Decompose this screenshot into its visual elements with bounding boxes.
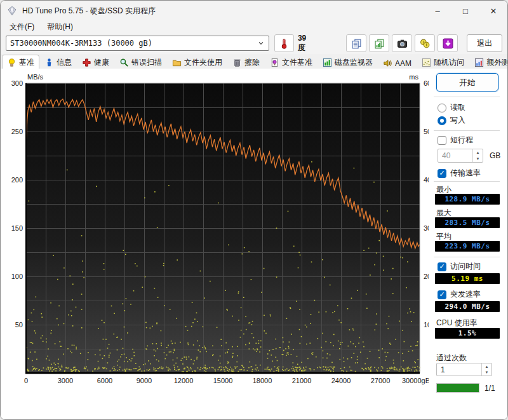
copy-text-button[interactable] [346,34,366,52]
svg-text:200: 200 [11,176,23,184]
divider [434,97,500,97]
max-value-display: 283.5 MB/s [435,217,500,228]
divider [434,181,500,182]
short-stroke-size-value: 40 [438,149,472,162]
svg-text:9000: 9000 [137,377,152,384]
maximize-button[interactable]: □ [451,1,479,21]
thermometer-icon [279,38,290,49]
stepper-arrows[interactable]: ▲▼ [481,363,491,376]
copy-image-button[interactable] [369,34,389,52]
short-stroke-box[interactable] [438,136,446,145]
temperature-value: 39度 [298,34,313,53]
svg-text:24000: 24000 [331,377,351,384]
svg-text:0: 0 [24,377,28,384]
trash-icon [232,58,242,67]
burst-rate-label: 突发速率 [450,289,481,300]
temperature-button[interactable] [274,34,294,52]
transfer-rate-box[interactable] [438,169,446,178]
tab-label: 随机访问 [434,57,464,68]
transfer-rate-label: 传输速率 [450,168,481,179]
speaker-icon [383,58,392,68]
exit-button[interactable]: 退出 [467,34,502,52]
burst-rate-display: 294.0 MB/s [435,301,500,312]
coins-icon [420,38,431,49]
radio-read-circle[interactable] [438,104,446,112]
pass-count-stepper[interactable]: 1 ▲▼ [436,363,492,376]
svg-text:50: 50 [15,321,23,329]
cpu-usage-label: CPU 使用率 [436,318,478,329]
menu-help[interactable]: 帮助(H) [42,21,78,33]
menu-bar: 文件(F) 帮助(H) [1,21,507,32]
access-time-checkbox[interactable]: 访问时间 [438,261,481,272]
divider [434,130,500,131]
radio-read[interactable]: 读取 [438,102,465,113]
options-panel: 开始 读取 写入 短行程 40 ▲▼ GB 传输速率 [429,69,507,419]
svg-text:300: 300 [11,79,23,87]
tab-label: 文件夹使用 [184,57,222,68]
radio-read-label: 读取 [450,102,465,113]
short-stroke-size-stepper[interactable]: 40 ▲▼ [438,149,483,163]
progress-fill [437,384,479,392]
benchmark-chart: MB/sms3002502001501005060504030201003000… [1,72,430,390]
min-value-display: 128.9 MB/s [435,194,500,205]
screenshot-button[interactable] [392,34,412,52]
minimize-button[interactable]: – [424,1,451,21]
app-window: HD Tune Pro 5.75 - 硬盘/SSD 实用程序 – □ ✕ 文件(… [0,0,508,420]
access-time-display: 5.19 ms [435,273,500,284]
menu-file[interactable]: 文件(F) [4,21,39,33]
svg-text:3000: 3000 [58,377,73,384]
tab-label: 健康 [94,57,109,68]
radio-write-circle[interactable] [438,116,446,125]
cpu-usage-display: 1.5% [435,328,500,339]
drive-select-value: ST30000NM004K-3RM133 (30000 gB) [10,39,257,48]
svg-text:27000: 27000 [371,377,391,384]
short-stroke-label: 短行程 [450,135,473,146]
svg-text:100: 100 [11,273,23,280]
short-stroke-checkbox[interactable]: 短行程 [438,135,473,146]
svg-text:6000: 6000 [97,377,112,384]
svg-text:18000: 18000 [253,377,272,384]
svg-text:ms: ms [409,73,418,81]
folder-icon [172,58,182,67]
app-icon [7,6,17,16]
save-download-button[interactable] [438,34,458,52]
radio-write[interactable]: 写入 [438,115,465,126]
tab-label: 磁盘监视器 [335,57,373,68]
tab-label: 错误扫描 [131,57,162,68]
svg-text:30000gB: 30000gB [402,377,430,384]
download-icon [443,38,453,49]
pass-count-label: 通过次数 [436,353,467,363]
stepper-arrows[interactable]: ▲▼ [472,149,483,162]
monitor-icon [323,58,332,67]
filebulb-icon [270,58,279,67]
gb-unit-label: GB [490,151,500,160]
tab-label: 文件基准 [282,57,312,68]
avg-value-display: 223.9 MB/s [435,241,500,252]
progress-bar [436,383,479,393]
transfer-rate-checkbox[interactable]: 传输速率 [438,168,481,179]
access-time-box[interactable] [438,262,446,271]
pages-green-icon [374,38,385,49]
burst-rate-checkbox[interactable]: 突发速率 [438,289,481,300]
drive-select[interactable]: ST30000NM004K-3RM133 (30000 gB) [6,36,269,51]
svg-text:250: 250 [11,128,23,135]
close-button[interactable]: ✕ [479,1,507,21]
start-button[interactable]: 开始 [436,73,498,91]
tab-label: AAM [395,59,411,68]
bulb-icon [7,58,17,67]
radio-write-label: 写入 [450,115,465,126]
cross-icon [82,58,91,67]
content-area: MB/sms3002502001501005060504030201003000… [1,69,507,419]
access-time-label: 访问时间 [450,261,481,272]
burst-rate-box[interactable] [438,290,446,299]
pass-count-value: 1 [437,363,481,376]
tab-label: 擦除 [244,57,260,68]
chevron-down-icon [257,39,265,47]
svg-text:21000: 21000 [292,377,312,384]
donate-button[interactable] [415,34,435,52]
title-bar: HD Tune Pro 5.75 - 硬盘/SSD 实用程序 – □ ✕ [1,1,507,21]
scatter-icon [422,58,431,67]
pages-blue-icon [351,38,362,49]
magnifier-icon [119,58,129,67]
svg-text:MB/s: MB/s [27,73,44,81]
